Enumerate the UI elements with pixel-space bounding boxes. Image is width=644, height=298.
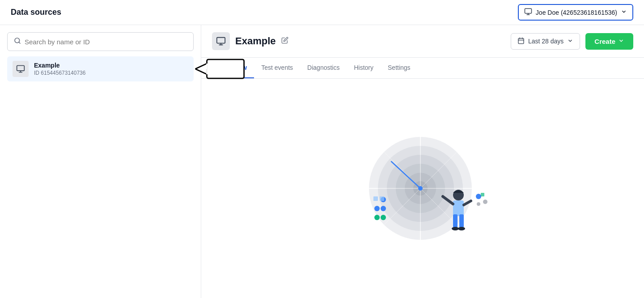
account-label: Joe Doe (426523618161536) [536,9,617,16]
search-input[interactable] [25,38,187,46]
content-header: Example [201,25,644,58]
calendar-icon [517,37,525,46]
svg-rect-37 [459,214,464,228]
content-icon [212,32,230,50]
svg-point-51 [477,202,480,206]
date-range-label: Last 28 days [528,38,564,45]
svg-point-46 [381,215,386,220]
content-title: Example [235,35,276,47]
svg-rect-13 [217,38,225,43]
svg-rect-52 [481,193,484,196]
tab-test-events[interactable]: Test events [254,58,300,78]
tab-diagnostics[interactable]: Diagnostics [300,58,347,78]
svg-rect-5 [17,66,25,71]
list-item-text: Example ID 615445673140736 [34,62,85,76]
svg-point-40 [452,227,459,230]
chevron-down-icon-create [618,38,624,45]
chevron-down-icon [621,9,627,16]
list-item-icon [13,61,29,77]
svg-rect-0 [525,9,531,13]
tab-settings[interactable]: Settings [381,58,418,78]
svg-point-50 [483,200,487,204]
empty-state [201,79,644,298]
svg-point-44 [381,206,386,211]
svg-line-4 [19,42,20,43]
search-icon [14,37,21,46]
svg-point-43 [374,206,380,211]
app-header: Data sources Joe Doe (426523618161536) [0,0,644,25]
date-range-button[interactable]: Last 28 days [511,33,580,50]
header-actions: Last 28 days Create [511,33,633,50]
svg-rect-48 [380,196,384,201]
tab-history[interactable]: History [347,58,381,78]
content-title-area: Example [212,32,288,50]
item-id: ID 615445673140736 [34,70,85,76]
monitor-icon [524,8,532,17]
create-label: Create [594,38,615,45]
page-title: Data sources [11,8,61,17]
tab-overview[interactable]: Overview [212,58,254,78]
empty-state-illustration [351,130,494,247]
sidebar: Example ID 615445673140736 [0,25,201,298]
list-item-wrapper: Example ID 615445673140736 [7,56,194,81]
svg-point-41 [458,227,465,230]
content-area: Example [201,25,644,298]
svg-point-49 [476,194,481,199]
svg-rect-35 [453,200,464,216]
svg-point-45 [374,215,380,220]
edit-icon[interactable] [281,37,288,46]
svg-rect-36 [453,214,458,228]
svg-rect-16 [518,38,524,43]
main-layout: Example ID 615445673140736 [0,25,644,298]
svg-point-33 [418,186,423,191]
svg-rect-47 [373,196,378,201]
list-item[interactable]: Example ID 615445673140736 [7,56,194,81]
chevron-down-icon-date [567,38,573,45]
search-box[interactable] [7,32,194,51]
create-button[interactable]: Create [585,33,633,50]
tabs: Overview Test events Diagnostics History… [201,58,644,79]
account-selector[interactable]: Joe Doe (426523618161536) [518,4,633,21]
item-name: Example [34,62,85,69]
